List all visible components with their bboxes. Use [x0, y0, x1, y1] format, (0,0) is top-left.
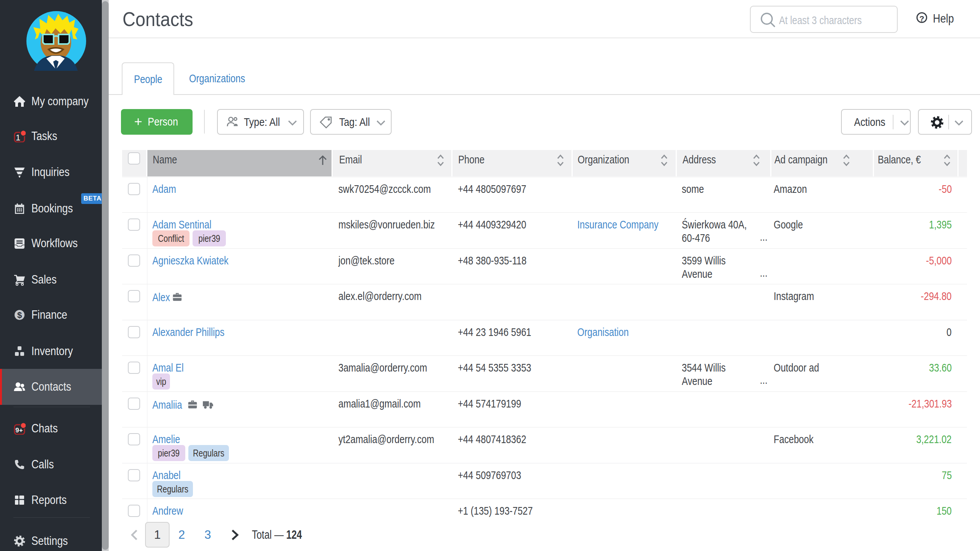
svg-text:$: $ [17, 310, 22, 320]
svg-text:1: 1 [16, 133, 20, 142]
